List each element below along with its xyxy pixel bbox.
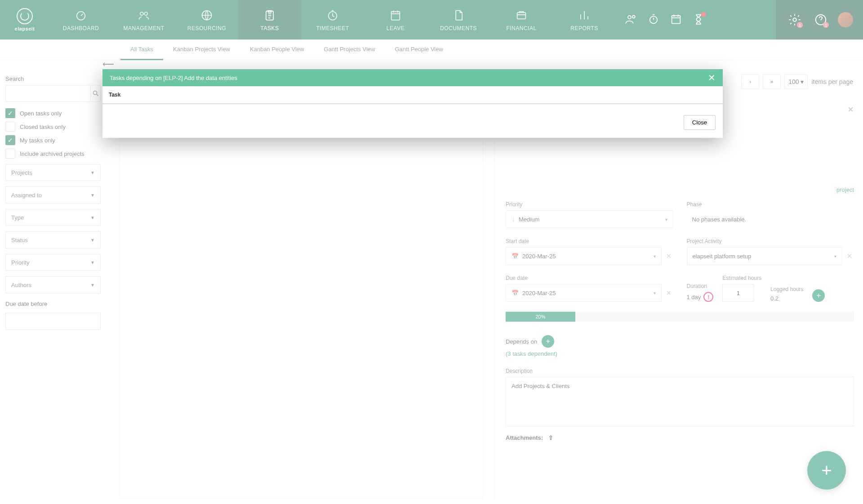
modal-table: Task [102,86,723,104]
col-task: Task [102,86,723,104]
modal-close-button[interactable]: Close [684,115,716,130]
modal-close-icon[interactable]: ✕ [708,72,716,83]
dependent-tasks-modal: Tasks depending on [ELP-2] Add the data … [102,69,723,138]
modal-title: Tasks depending on [ELP-2] Add the data … [110,75,237,81]
